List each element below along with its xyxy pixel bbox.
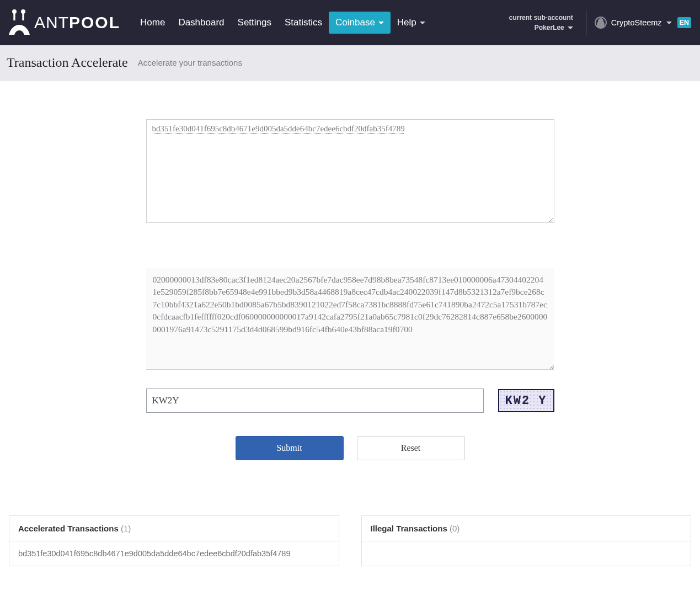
caret-down-icon [420,22,425,24]
nav-home[interactable]: Home [133,12,172,34]
accelerated-title: Accelerated Transactions [18,524,119,533]
user-menu[interactable]: CryptoSteemz [595,17,672,29]
txid-input[interactable] [146,119,554,223]
top-navbar: ANTPOOL Home Dashboard Settings Statisti… [0,0,700,45]
caret-down-icon [378,22,384,24]
reset-button[interactable]: Reset [357,436,465,460]
submit-button[interactable]: Submit [236,436,344,460]
main-nav: Home Dashboard Settings Statistics Coinb… [133,12,432,34]
sub-account-value: PokerLee [535,23,564,33]
caret-down-icon [568,26,573,29]
accelerated-panel: Accelerated Transactions (1) bd351fe30d0… [9,515,339,566]
page-subtitle: Accelerate your transactions [138,58,242,67]
captcha-input[interactable] [146,389,484,413]
accelerate-form: KW2 Y Submit Reset [0,81,700,493]
username-label: CryptoSteemz [611,18,662,27]
illegal-panel: Illegal Transactions (0) [361,515,692,566]
ant-logo-icon [7,8,32,37]
sub-account-label: current sub-account [509,13,573,23]
page-title: Transaction Accelerate [7,55,128,70]
accelerated-panel-head: Accelerated Transactions (1) [9,516,339,541]
illegal-count: (0) [450,524,459,533]
illegal-panel-head: Illegal Transactions (0) [362,516,691,541]
vertical-divider [586,10,587,35]
avatar-icon [595,17,607,29]
nav-dashboard[interactable]: Dashboard [172,12,231,34]
sub-account-selector[interactable]: current sub-account PokerLee [509,13,573,33]
nav-statistics[interactable]: Statistics [278,12,329,34]
nav-coinbase-label: Coinbase [335,17,375,28]
nav-coinbase[interactable]: Coinbase [329,12,391,34]
brand-text: ANTPOOL [34,13,120,32]
result-panels: Accelerated Transactions (1) bd351fe30d0… [0,493,700,588]
caret-down-icon [666,22,672,24]
accelerated-row: bd351fe30d041f695c8db4671e9d005da5dde64b… [9,541,339,566]
accelerated-count: (1) [121,524,131,533]
nav-settings[interactable]: Settings [231,12,278,34]
svg-rect-1 [13,12,15,20]
language-switch[interactable]: EN [677,17,691,28]
svg-rect-3 [22,12,24,20]
captcha-image[interactable]: KW2 Y [498,389,554,412]
rawtx-input[interactable] [146,268,554,370]
page-subheader: Transaction Accelerate Accelerate your t… [0,45,700,81]
nav-help[interactable]: Help [391,12,432,34]
illegal-title: Illegal Transactions [371,524,447,533]
captcha-row: KW2 Y [146,389,554,413]
nav-help-label: Help [397,17,416,28]
form-buttons: Submit Reset [146,436,554,460]
brand-logo[interactable]: ANTPOOL [7,8,120,37]
